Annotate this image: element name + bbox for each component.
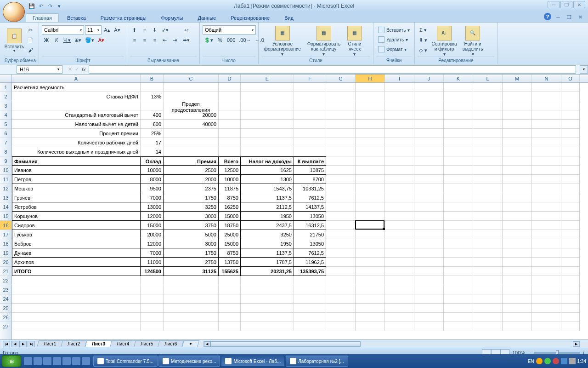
cell-J8[interactable] bbox=[414, 147, 444, 156]
cell-H1[interactable] bbox=[356, 83, 385, 92]
sheet-tab[interactable]: Лист2 bbox=[61, 340, 87, 347]
cell-D18[interactable]: 15000 bbox=[219, 239, 241, 248]
fx-button[interactable]: fx bbox=[82, 67, 86, 72]
cell-A6[interactable]: Процент премии bbox=[12, 129, 141, 138]
cell-F21[interactable]: 135393,75 bbox=[294, 267, 326, 276]
cell-K8[interactable] bbox=[444, 147, 473, 156]
find-select-button[interactable]: 🔍 Найти и выделить ▾ bbox=[460, 25, 486, 57]
cell-B24[interactable] bbox=[141, 294, 164, 304]
cell-K11[interactable] bbox=[444, 175, 473, 184]
col-header-N[interactable]: N bbox=[532, 75, 561, 82]
cell-G8[interactable] bbox=[326, 147, 356, 156]
cell-M1[interactable] bbox=[503, 83, 532, 92]
cell-C11[interactable]: 2000 bbox=[164, 175, 219, 184]
scroll-left-button[interactable]: ◀ bbox=[204, 341, 210, 347]
align-middle-button[interactable]: ≡ bbox=[140, 25, 149, 34]
cell-E17[interactable]: 3250 bbox=[241, 230, 294, 239]
cell-L19[interactable] bbox=[473, 248, 503, 258]
sheet-tab[interactable]: Лист4 bbox=[110, 340, 136, 347]
tab-formulas[interactable]: Формулы bbox=[155, 14, 190, 22]
ribbon-minimize-button[interactable]: ─ bbox=[554, 13, 562, 21]
cell-M7[interactable] bbox=[503, 138, 532, 147]
cell-N5[interactable] bbox=[532, 120, 561, 129]
align-left-button[interactable]: ≡ bbox=[130, 35, 139, 45]
cell-L24[interactable] bbox=[473, 294, 503, 304]
cell-O1[interactable] bbox=[561, 83, 580, 92]
cell-E3[interactable] bbox=[241, 101, 294, 110]
cell-E24[interactable] bbox=[241, 294, 294, 304]
cell-J3[interactable] bbox=[414, 101, 444, 110]
cell-A14[interactable]: Ястребов bbox=[12, 202, 141, 212]
cell-E10[interactable]: 1625 bbox=[241, 166, 294, 175]
cell-H14[interactable] bbox=[356, 202, 385, 212]
cell-G22[interactable] bbox=[326, 276, 356, 285]
cell-O27[interactable] bbox=[561, 322, 580, 331]
cell-A27[interactable] bbox=[12, 322, 141, 331]
cell-J23[interactable] bbox=[414, 285, 444, 294]
cell-N26[interactable] bbox=[532, 313, 561, 322]
cell-I10[interactable] bbox=[385, 166, 414, 175]
cell-L7[interactable] bbox=[473, 138, 503, 147]
cell-I2[interactable] bbox=[385, 92, 414, 101]
col-header-D[interactable]: D bbox=[219, 75, 241, 82]
cell-J21[interactable] bbox=[414, 267, 444, 276]
cell-B13[interactable]: 7000 bbox=[141, 193, 164, 202]
cell-L3[interactable] bbox=[473, 101, 503, 110]
cell-H15[interactable] bbox=[356, 212, 385, 221]
col-header-H[interactable]: H bbox=[356, 75, 385, 82]
tab-data[interactable]: Данные bbox=[191, 14, 222, 22]
cell-G18[interactable] bbox=[326, 239, 356, 248]
cell-J6[interactable] bbox=[414, 129, 444, 138]
cell-B1[interactable] bbox=[141, 83, 164, 92]
cell-N25[interactable] bbox=[532, 304, 561, 313]
cell-D24[interactable] bbox=[219, 294, 241, 304]
cell-M24[interactable] bbox=[503, 294, 532, 304]
copy-button[interactable]: 📄 bbox=[26, 35, 35, 45]
cell-J10[interactable] bbox=[414, 166, 444, 175]
cell-O6[interactable] bbox=[561, 129, 580, 138]
cell-E9[interactable]: Налог на доходы bbox=[241, 156, 294, 166]
cell-L25[interactable] bbox=[473, 304, 503, 313]
cell-D3[interactable] bbox=[219, 101, 241, 110]
cell-F4[interactable] bbox=[294, 110, 326, 120]
cell-E19[interactable]: 1137,5 bbox=[241, 248, 294, 258]
col-header-B[interactable]: B bbox=[141, 75, 164, 82]
cell-E11[interactable]: 1300 bbox=[241, 175, 294, 184]
cell-B14[interactable]: 13000 bbox=[141, 202, 164, 212]
row-header-25[interactable]: 25 bbox=[0, 304, 11, 313]
cell-D16[interactable]: 18750 bbox=[219, 221, 241, 230]
tray-icon[interactable] bbox=[561, 358, 567, 364]
minimize-button[interactable]: ─ bbox=[548, 1, 560, 8]
cell-E25[interactable] bbox=[241, 304, 294, 313]
tab-page-layout[interactable]: Разметка страницы bbox=[94, 14, 153, 22]
cell-E6[interactable] bbox=[241, 129, 294, 138]
cell-F15[interactable]: 13050 bbox=[294, 212, 326, 221]
cell-B10[interactable]: 10000 bbox=[141, 166, 164, 175]
cell-M21[interactable] bbox=[503, 267, 532, 276]
orientation-button[interactable]: ⤢▾ bbox=[160, 25, 170, 34]
cell-A7[interactable]: Количество рабочих дней bbox=[12, 138, 141, 147]
cell-O7[interactable] bbox=[561, 138, 580, 147]
cell-F6[interactable] bbox=[294, 129, 326, 138]
cell-N16[interactable] bbox=[532, 221, 561, 230]
cell-D22[interactable] bbox=[219, 276, 241, 285]
cell-C13[interactable]: 1750 bbox=[164, 193, 219, 202]
cell-I15[interactable] bbox=[385, 212, 414, 221]
cell-G16[interactable] bbox=[326, 221, 356, 230]
currency-button[interactable]: 💲▾ bbox=[203, 35, 215, 45]
cell-N2[interactable] bbox=[532, 92, 561, 101]
cell-K3[interactable] bbox=[444, 101, 473, 110]
cell-O4[interactable] bbox=[561, 110, 580, 120]
cell-I5[interactable] bbox=[385, 120, 414, 129]
cell-O13[interactable] bbox=[561, 193, 580, 202]
cell-styles-button[interactable]: ▦ Стили ячеек ▾ bbox=[344, 25, 365, 57]
cell-H7[interactable] bbox=[356, 138, 385, 147]
cell-K7[interactable] bbox=[444, 138, 473, 147]
cell-F27[interactable] bbox=[294, 322, 326, 331]
col-header-C[interactable]: C bbox=[164, 75, 219, 82]
cell-G11[interactable] bbox=[326, 175, 356, 184]
cell-I27[interactable] bbox=[385, 322, 414, 331]
cell-E27[interactable] bbox=[241, 322, 294, 331]
cell-I13[interactable] bbox=[385, 193, 414, 202]
ribbon-restore-button[interactable]: ❐ bbox=[565, 13, 573, 21]
